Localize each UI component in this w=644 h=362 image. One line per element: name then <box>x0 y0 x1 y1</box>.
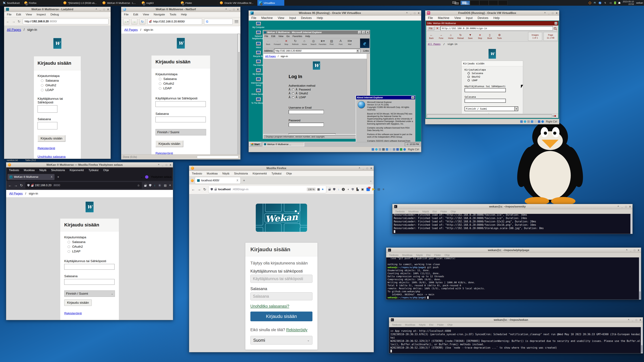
radio-button[interactable] <box>468 79 470 81</box>
bookmarks-button[interactable]: ▯Book <box>485 33 494 39</box>
active-tab[interactable]: WeKan ® Multiverse X <box>8 174 54 180</box>
menu-item[interactable]: Näytä <box>40 169 46 172</box>
terminal-output[interactable]: => App running at: http://localhost:4000… <box>389 327 643 353</box>
ffmain-titlebar[interactable]: Mozilla Firefox ^_□X <box>189 166 374 171</box>
applications-menu-button[interactable]: Sovellukset <box>0 0 23 6</box>
web-search-input[interactable]: G <box>204 19 232 24</box>
tracking-protection-shield-icon[interactable] <box>211 188 213 191</box>
menu-item[interactable]: Edit <box>16 13 21 16</box>
language-select[interactable]: English▼ <box>289 133 336 135</box>
menu-item[interactable]: View <box>143 13 149 16</box>
maximize-button[interactable]: □ <box>634 249 635 252</box>
address-dropdown-icon[interactable]: ▼ <box>356 49 359 52</box>
scrollbar[interactable] <box>237 33 240 154</box>
menu-icon[interactable]: ≡ <box>169 184 171 187</box>
workspace-5[interactable] <box>489 0 498 5</box>
all-pages-link[interactable]: All Pages <box>124 28 138 31</box>
reload-icon[interactable]: ↻ <box>20 183 23 187</box>
home-button[interactable]: ⌂Home <box>300 39 309 45</box>
menu-item[interactable]: Ohje <box>103 169 109 172</box>
back-button[interactable]: ←▾ <box>123 18 129 25</box>
menu-item[interactable]: View <box>278 16 284 20</box>
search-button[interactable]: ◎Search <box>309 39 318 45</box>
network-traffic-icon[interactable]: ⇅ <box>604 1 606 4</box>
workspace-1[interactable] <box>451 0 460 5</box>
register-link[interactable]: Rekisteröinti <box>38 146 55 150</box>
address-bar[interactable]: 192.168.0.20:8000 ☆ <box>25 182 142 189</box>
forward-icon[interactable]: → <box>14 183 18 187</box>
menu-item[interactable]: Go <box>286 35 290 37</box>
all-pages-link[interactable]: All Pages <box>265 55 276 58</box>
ie-minimize-button[interactable]: _ <box>358 31 361 34</box>
register-link[interactable]: Rekisteröidy <box>286 328 308 332</box>
back-icon[interactable]: ← <box>192 187 195 191</box>
menu-item[interactable]: Sivuhistoria <box>234 172 248 175</box>
menu-item[interactable]: File <box>124 13 128 16</box>
close-button[interactable]: X <box>418 12 420 14</box>
maximize-button[interactable]: □ <box>414 12 415 14</box>
close-button[interactable]: X <box>640 319 641 321</box>
favorites-button[interactable]: ★▾Favorites <box>318 39 327 45</box>
menu-item[interactable]: Muokkaa <box>402 254 412 256</box>
about-titlebar[interactable]: About Internet Explorer X <box>356 96 415 99</box>
menu-item[interactable]: View <box>454 16 461 20</box>
menu-item[interactable]: Tiedosto <box>392 323 401 326</box>
minimize-button[interactable]: _ <box>229 8 230 11</box>
radio-button[interactable] <box>468 72 470 74</box>
mail-button[interactable]: ✉▾Mail <box>345 39 354 45</box>
taskbar-window-button[interactable]: Firefox 3 <box>23 0 62 6</box>
minimize-button[interactable]: _ <box>630 249 631 252</box>
font-button[interactable]: AFont <box>336 39 345 45</box>
signin-button[interactable]: Kirjaudu sisään <box>464 113 489 114</box>
ie-titlebar[interactable]: WeKan ® Multiverse - Microsoft Internet … <box>263 30 370 34</box>
menu-item[interactable]: Machine <box>261 16 273 20</box>
menu-icon[interactable] <box>234 20 238 23</box>
forgot-password-link[interactable]: Unohtuiko salasana <box>64 320 92 320</box>
radio-button[interactable] <box>159 87 161 90</box>
minimize-button[interactable]: _ <box>362 167 364 170</box>
menu-item[interactable]: Debug <box>50 13 59 16</box>
shield-check-icon[interactable] <box>333 188 336 191</box>
menu-item[interactable]: Muokkaa <box>405 323 415 326</box>
forward-icon[interactable]: → <box>12 19 15 23</box>
tab-close-icon[interactable]: X <box>51 175 52 178</box>
close-button[interactable]: X <box>629 205 631 208</box>
menu-item[interactable]: Etsi <box>426 254 430 256</box>
close-button[interactable]: X <box>237 8 239 11</box>
firefox-view-icon[interactable] <box>191 179 194 182</box>
reader-mode-icon[interactable]: ▦ <box>317 188 320 191</box>
forgot-password-link[interactable]: Unohtuiko salasana <box>38 155 66 159</box>
scrollbar[interactable] <box>639 257 641 300</box>
radio-button[interactable] <box>292 96 294 98</box>
active-tab[interactable]: localhost:4000/ X <box>195 177 240 184</box>
password-input[interactable] <box>64 279 114 285</box>
select-dropdown-icon[interactable]: ▼ <box>514 107 518 111</box>
signin-button[interactable]: Kirjaudu sisään <box>156 140 183 147</box>
language-select[interactable]: Finnish / Suomi▼ <box>464 106 518 111</box>
username-input[interactable] <box>250 275 312 283</box>
radio-button[interactable] <box>41 79 44 82</box>
password-input[interactable] <box>156 117 206 122</box>
download-icon[interactable]: ↓ <box>338 188 340 191</box>
menu-item[interactable]: Työkalut <box>272 172 282 175</box>
s-extension-icon[interactable]: S <box>342 188 345 191</box>
minimize-button[interactable]: _ <box>548 12 550 14</box>
menu-item[interactable]: Help <box>181 13 187 16</box>
menu-item[interactable]: Näytä <box>222 172 230 175</box>
forgot-password-link[interactable]: Unohditko salasanasi? <box>250 304 289 309</box>
reload-icon[interactable]: ↻ <box>18 19 20 23</box>
maximize-button[interactable]: □ <box>552 12 553 14</box>
all-pages-link[interactable]: All Pages <box>7 28 21 31</box>
taskbar-window-button[interactable]: Pääte 5 <box>179 0 218 6</box>
shade-button[interactable]: ^ <box>618 205 619 208</box>
s-extension-icon[interactable]: S <box>158 184 161 187</box>
address-bar[interactable]: http://192.168.0.20:8000/ <box>148 18 202 25</box>
menu-item[interactable]: File <box>428 16 433 20</box>
links-button[interactable]: Links <box>362 49 369 52</box>
close-button[interactable]: X <box>370 167 372 170</box>
taskbar-window-button[interactable]: Oracle VM VirtualBox M... <box>218 0 257 6</box>
close-button[interactable]: X <box>556 12 558 14</box>
menu-item[interactable]: File <box>264 35 268 37</box>
shade-button[interactable]: ^ <box>96 8 97 11</box>
ie-task-button[interactable]: WeKan ® Multiverse ... <box>262 142 304 146</box>
